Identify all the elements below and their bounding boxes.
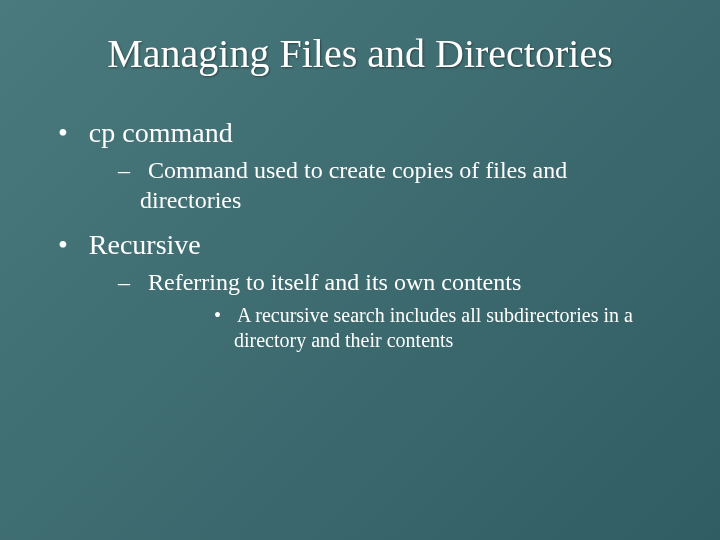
bullet-text: Command used to create copies of files a…: [140, 157, 567, 213]
bullet-cp-command: cp command Command used to create copies…: [50, 117, 670, 215]
sub-sub-list: A recursive search includes all subdirec…: [140, 303, 670, 353]
bullet-text: Referring to itself and its own contents: [148, 269, 521, 295]
slide: Managing Files and Directories cp comman…: [0, 0, 720, 540]
sub-list: Command used to create copies of files a…: [80, 155, 670, 215]
slide-title: Managing Files and Directories: [50, 30, 670, 77]
bullet-recursive: Recursive Referring to itself and its ow…: [50, 229, 670, 353]
bullet-text: A recursive search includes all subdirec…: [234, 304, 633, 351]
bullet-list: cp command Command used to create copies…: [50, 117, 670, 353]
bullet-recursive-desc: Referring to itself and its own contents…: [80, 267, 670, 353]
bullet-text: Recursive: [89, 229, 201, 260]
bullet-text: cp command: [89, 117, 233, 148]
sub-list: Referring to itself and its own contents…: [80, 267, 670, 353]
bullet-cp-desc: Command used to create copies of files a…: [80, 155, 670, 215]
bullet-recursive-search: A recursive search includes all subdirec…: [140, 303, 670, 353]
